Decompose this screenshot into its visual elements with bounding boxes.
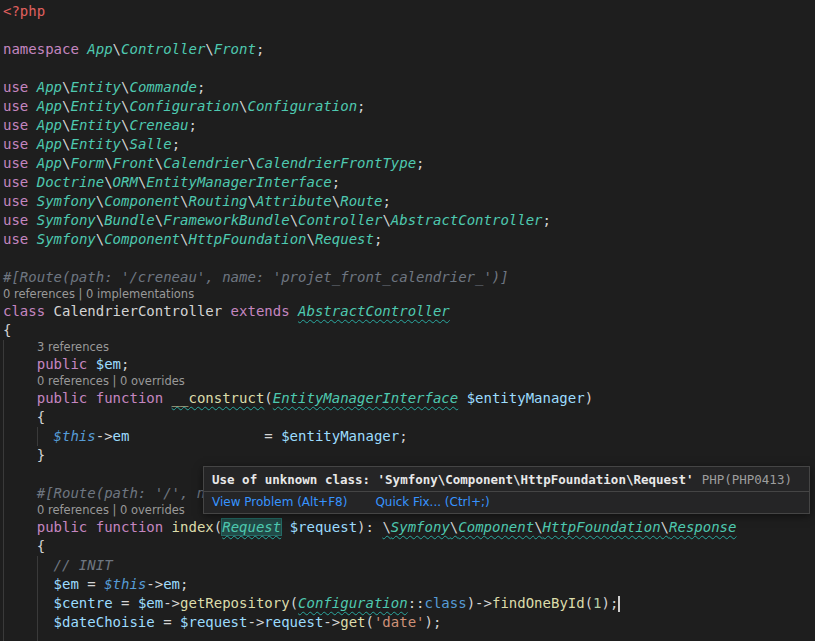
code-token: ; bbox=[610, 595, 618, 611]
code-token: \ bbox=[290, 212, 298, 228]
error-source: PHP(PHP0413) bbox=[702, 472, 792, 487]
code-token: { bbox=[37, 538, 45, 554]
code-token bbox=[281, 519, 289, 535]
code-token: HttpFoundation bbox=[188, 231, 306, 247]
code-token: FrameworkBundle bbox=[163, 212, 289, 228]
code-token: Doctrine bbox=[37, 174, 104, 190]
code-token bbox=[3, 485, 37, 501]
code-line[interactable]: use Symfony\Component\HttpFoundation\Req… bbox=[3, 230, 815, 249]
code-token: = bbox=[113, 595, 138, 611]
code-token: function bbox=[96, 390, 163, 406]
code-token: Component bbox=[104, 231, 180, 247]
code-line[interactable]: public function index(Request $request):… bbox=[3, 518, 815, 537]
code-token: public bbox=[37, 356, 88, 372]
code-line[interactable]: use Symfony\Bundle\FrameworkBundle\Contr… bbox=[3, 211, 815, 230]
code-token: ) bbox=[602, 595, 610, 611]
code-line[interactable]: $centre = $em->getRepository(Configurati… bbox=[3, 594, 815, 613]
code-token: $entityManager bbox=[281, 428, 399, 444]
code-token: ) bbox=[425, 614, 433, 630]
code-line[interactable]: { bbox=[3, 321, 815, 340]
code-line[interactable]: #[Route(path: '/creneau', name: 'projet_… bbox=[3, 268, 815, 287]
code-token: use bbox=[3, 155, 28, 171]
code-token: { bbox=[37, 409, 45, 425]
code-line[interactable]: use App\Entity\Commande; bbox=[3, 78, 815, 97]
code-token: \ bbox=[332, 193, 340, 209]
view-problem-link[interactable]: View Problem (Alt+F8) bbox=[212, 495, 347, 509]
code-line[interactable]: use Doctrine\ORM\EntityManagerInterface; bbox=[3, 173, 815, 192]
code-line[interactable]: use App\Form\Front\Calendrier\Calendrier… bbox=[3, 154, 815, 173]
code-token: \ bbox=[96, 193, 104, 209]
code-token: ( bbox=[290, 595, 298, 611]
error-message: Use of unknown class: 'Symfony\Component… bbox=[212, 472, 694, 487]
code-token: ( bbox=[214, 519, 222, 535]
code-token: ; bbox=[172, 136, 180, 152]
code-line[interactable]: public $em; bbox=[3, 355, 815, 374]
code-token: Entity bbox=[70, 136, 121, 152]
code-token: AbstractController bbox=[298, 303, 450, 319]
code-token: ): bbox=[357, 519, 382, 535]
code-line[interactable]: class CalendrierController extends Abstr… bbox=[3, 302, 815, 321]
code-token bbox=[45, 303, 53, 319]
code-token: { bbox=[3, 322, 11, 338]
hover-error-tooltip: Use of unknown class: 'Symfony\Component… bbox=[203, 466, 810, 514]
code-token: Controller bbox=[298, 212, 382, 228]
code-line[interactable]: use App\Entity\Creneau; bbox=[3, 116, 815, 135]
code-line[interactable]: $this->em = $entityManager; bbox=[3, 427, 815, 446]
code-line[interactable]: public function __construct(EntityManage… bbox=[3, 389, 815, 408]
code-token: \ bbox=[307, 231, 315, 247]
code-token: use bbox=[3, 212, 28, 228]
code-token bbox=[28, 136, 36, 152]
code-token: $this bbox=[104, 576, 146, 592]
code-area: <?phpnamespace App\Controller\Front;use … bbox=[3, 2, 815, 632]
code-token: -> bbox=[323, 614, 340, 630]
codelens-line[interactable]: 3 references bbox=[3, 340, 815, 355]
codelens-line[interactable]: 0 references | 0 implementations bbox=[3, 287, 815, 302]
code-line[interactable]: <?php bbox=[3, 2, 815, 21]
code-token bbox=[28, 155, 36, 171]
error-message-row: Use of unknown class: 'Symfony\Component… bbox=[204, 467, 809, 491]
code-token: use bbox=[3, 117, 28, 133]
code-token: getRepository bbox=[180, 595, 290, 611]
blank-line[interactable] bbox=[3, 59, 815, 78]
code-token: use bbox=[3, 193, 28, 209]
code-token: ; bbox=[197, 79, 205, 95]
code-line[interactable]: $em = $this->em; bbox=[3, 575, 815, 594]
code-line[interactable]: } bbox=[3, 446, 815, 465]
quick-fix-link[interactable]: Quick Fix... (Ctrl+;) bbox=[375, 495, 489, 509]
code-token bbox=[28, 212, 36, 228]
code-token: use bbox=[3, 136, 28, 152]
code-line[interactable]: use App\Entity\Salle; bbox=[3, 135, 815, 154]
code-token: class bbox=[3, 303, 45, 319]
code-token: Response bbox=[669, 519, 736, 535]
code-token bbox=[3, 557, 54, 573]
code-token: Configuration bbox=[129, 98, 239, 114]
code-token: function bbox=[96, 519, 163, 535]
code-token: \ bbox=[248, 155, 256, 171]
code-editor[interactable]: <?phpnamespace App\Controller\Front;use … bbox=[0, 0, 815, 641]
code-line[interactable]: { bbox=[3, 537, 815, 556]
code-token: ( bbox=[264, 390, 272, 406]
code-line[interactable]: use App\Entity\Configuration\Configurati… bbox=[3, 97, 815, 116]
code-token bbox=[87, 356, 95, 372]
code-token: $em bbox=[138, 595, 163, 611]
blank-line[interactable] bbox=[3, 21, 815, 40]
code-token: $dateChoisie bbox=[54, 614, 155, 630]
code-line[interactable]: { bbox=[3, 408, 815, 427]
codelens-line[interactable]: 0 references | 0 overrides bbox=[3, 374, 815, 389]
code-token bbox=[222, 303, 230, 319]
code-token: ; bbox=[416, 155, 424, 171]
code-token: <?php bbox=[3, 3, 45, 19]
code-token: \ bbox=[382, 519, 390, 535]
code-line[interactable]: $dateChoisie = $request->request->get('d… bbox=[3, 613, 815, 632]
code-token: public bbox=[37, 519, 88, 535]
code-line[interactable]: namespace App\Controller\Front; bbox=[3, 40, 815, 59]
code-token bbox=[129, 428, 264, 444]
code-line[interactable]: use Symfony\Component\Routing\Attribute\… bbox=[3, 192, 815, 211]
code-line[interactable]: // INIT bbox=[3, 556, 815, 575]
code-token: ( bbox=[366, 614, 374, 630]
blank-line[interactable] bbox=[3, 249, 815, 268]
code-token: em bbox=[113, 428, 130, 444]
code-token: Configuration bbox=[298, 595, 408, 611]
code-token bbox=[28, 79, 36, 95]
code-token: Calendrier bbox=[163, 155, 247, 171]
